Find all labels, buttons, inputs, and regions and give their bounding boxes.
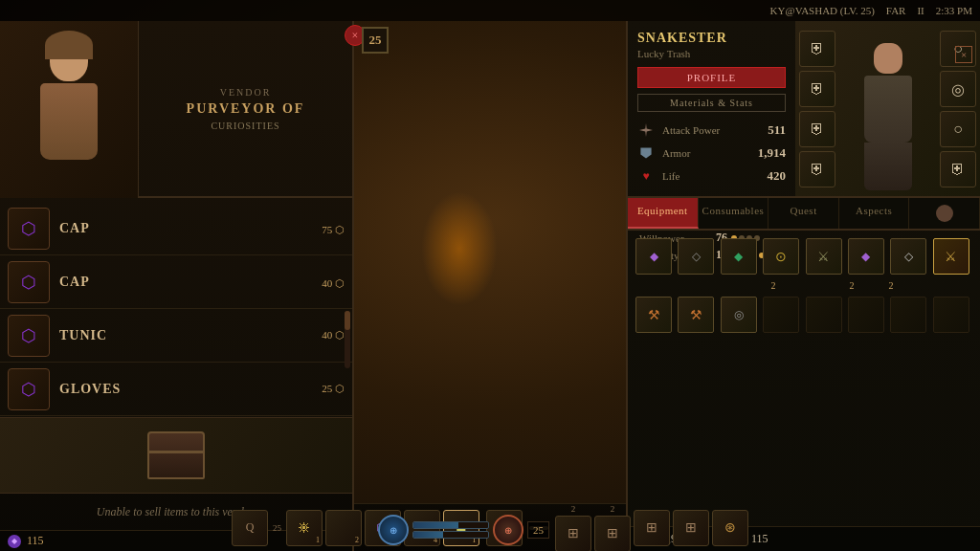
equip-slot-offhand[interactable]: ⛨ — [940, 151, 976, 187]
inv-slot[interactable]: ◆ — [635, 238, 672, 275]
item-name: GLOVES — [59, 382, 322, 397]
torch-glow — [421, 191, 498, 306]
materials-stats-button[interactable]: Materials & Stats — [637, 94, 786, 112]
far-label: FAR — [886, 5, 906, 16]
inv-slot[interactable] — [933, 297, 969, 333]
top-bar-info: KY@VASHAD (LV. 25) FAR II 2:33 PM — [770, 5, 972, 16]
inv-badges-row: 2 2 2 — [635, 280, 972, 291]
inv-slot[interactable]: ⊙ — [763, 238, 799, 275]
vendor-info: VENDOR PURVEYOR OF CURIOSITIES — [139, 21, 352, 196]
action-slot-2[interactable]: 2 — [325, 510, 362, 546]
item-cost: 40 ⬡ — [322, 274, 345, 291]
char-tabs: Equipment Consumables Quest Aspects — [628, 198, 980, 231]
item-cost: 75 ⬡ — [322, 220, 345, 237]
list-item[interactable]: ⬡ TUNIC 40 ⬡ — [0, 309, 352, 363]
vendor-chest — [0, 417, 352, 494]
inv-slot[interactable]: ◆ — [721, 238, 757, 275]
item-name: CAP — [59, 221, 322, 236]
inv-slot[interactable]: ◎ — [721, 297, 757, 333]
list-item[interactable]: ⬡ GLOVES 25 ⬡ — [0, 363, 352, 416]
time-display: 2:33 PM — [936, 5, 972, 16]
equip-slot-chest[interactable]: ⛨ — [799, 71, 835, 107]
character-panel: × SNAKESTER Lucky Trash PROFILE Material… — [626, 21, 980, 551]
vendor-label: VENDOR — [220, 87, 272, 98]
vendor-head — [50, 38, 88, 81]
char-figure-body — [864, 76, 912, 143]
char-figure-head — [874, 43, 902, 74]
equip-slot-gloves[interactable]: ⛨ — [799, 111, 835, 147]
item-name: CAP — [59, 275, 322, 290]
armor-row: Armor 1,914 — [637, 144, 786, 162]
chest-visual — [147, 431, 205, 479]
mana-orb: ⊕ — [493, 515, 523, 545]
equip-slot-ring2[interactable]: ○ — [940, 111, 976, 147]
tab-quest[interactable]: Quest — [768, 198, 839, 229]
tab-aspects[interactable]: Aspects — [839, 198, 910, 229]
vendor-portrait — [0, 21, 139, 198]
inv-slot[interactable] — [848, 297, 884, 333]
vendor-body — [40, 83, 98, 160]
list-item[interactable]: ⬡ CAP 40 ⬡ — [0, 255, 352, 309]
action-slot-q[interactable]: Q — [232, 510, 268, 546]
shards-amount: 115 — [751, 532, 768, 546]
action-slot-1[interactable]: ⛯ 1 — [286, 510, 323, 546]
char-portrait: ⛨ ⛨ ⛨ ⛨ ○ ◎ ○ ⛨ — [795, 21, 980, 196]
attack-power-value: 511 — [768, 122, 786, 138]
mana-bar — [412, 531, 489, 539]
vendor-subtitle: CURIOSITIES — [211, 121, 279, 131]
life-icon: ♥ — [637, 167, 655, 185]
inv-slot[interactable] — [890, 297, 926, 333]
inv-slot[interactable]: ◇ — [890, 238, 926, 275]
equip-slot-boots[interactable]: ⛨ — [799, 151, 835, 187]
armor-label: Armor — [662, 147, 750, 159]
inv-slot[interactable]: ⚔ — [933, 238, 969, 275]
equip-slot-helmet[interactable]: ⛨ — [799, 31, 835, 67]
char-close-button[interactable]: × — [955, 46, 972, 63]
inv-slot[interactable]: ◇ — [678, 238, 714, 275]
vendor-title: PURVEYOR OF — [187, 101, 305, 117]
bottom-hud: ⊕ ⊕ 25 — [378, 515, 549, 545]
vendor-figure — [26, 38, 112, 182]
bars-indicator: II — [917, 5, 924, 16]
tab-extra[interactable] — [909, 198, 980, 229]
equip-slots-left: ⛨ ⛨ ⛨ ⛨ — [799, 31, 835, 187]
tab-consumables[interactable]: Consumables — [699, 198, 769, 229]
scroll-thumb — [345, 311, 350, 330]
item-icon: ⬡ — [8, 368, 50, 410]
item-icon: ⬡ — [8, 315, 50, 357]
attack-power-label: Attack Power — [662, 124, 760, 136]
player-info: KY@VASHAD (LV. 25) — [770, 5, 875, 16]
health-bar — [412, 521, 489, 529]
inv-slot[interactable] — [806, 297, 842, 333]
inv-slot[interactable]: ⚔ — [806, 238, 842, 275]
armor-icon — [637, 144, 655, 162]
level-badge: 25 — [362, 27, 389, 54]
inv-slot[interactable]: ⚒ — [635, 297, 672, 333]
char-figure — [840, 43, 936, 196]
life-row: ♥ Life 420 — [637, 167, 786, 185]
inv-slot[interactable]: ⚒ — [678, 297, 714, 333]
char-header: SNAKESTER Lucky Trash PROFILE Materials … — [628, 21, 980, 198]
inventory-grid-row2: ⚒ ⚒ ◎ — [635, 297, 972, 333]
item-cost: 25 ⬡ — [322, 383, 345, 395]
action-slot-r4[interactable]: ⊞ — [673, 510, 709, 546]
vendor-header: VENDOR PURVEYOR OF CURIOSITIES — [0, 21, 352, 198]
action-slot-r1[interactable]: ⊞ — [555, 516, 591, 552]
life-value: 420 — [768, 168, 787, 184]
equip-slot-amulet[interactable]: ◎ — [940, 71, 976, 107]
char-stats-section: SNAKESTER Lucky Trash PROFILE Materials … — [628, 21, 795, 196]
attack-power-row: Attack Power 511 — [637, 121, 786, 139]
scroll-indicator — [345, 311, 350, 368]
inv-slot[interactable]: ◆ — [848, 238, 884, 275]
list-item[interactable]: ⬡ CAP 75 ⬡ — [0, 202, 352, 255]
action-slot-r3[interactable]: ⊞ — [634, 510, 670, 546]
action-slot-r2[interactable]: ⊞ — [594, 516, 631, 552]
character-title: Lucky Trash — [637, 48, 786, 59]
vendor-panel: × VENDOR PURVEYOR OF CURIOSITIES ⬡ CAP 7… — [0, 21, 354, 551]
item-icon: ⬡ — [8, 208, 50, 250]
profile-button[interactable]: PROFILE — [637, 67, 786, 88]
inventory-section: ◆ ◇ ◆ ⊙ ⚔ ◆ ◇ ⚔ 2 2 2 ⚒ ⚒ ◎ — [628, 231, 980, 526]
tab-equipment[interactable]: Equipment — [628, 198, 699, 229]
action-slot-r5[interactable]: ⊛ — [712, 510, 748, 546]
inv-slot[interactable] — [763, 297, 799, 333]
